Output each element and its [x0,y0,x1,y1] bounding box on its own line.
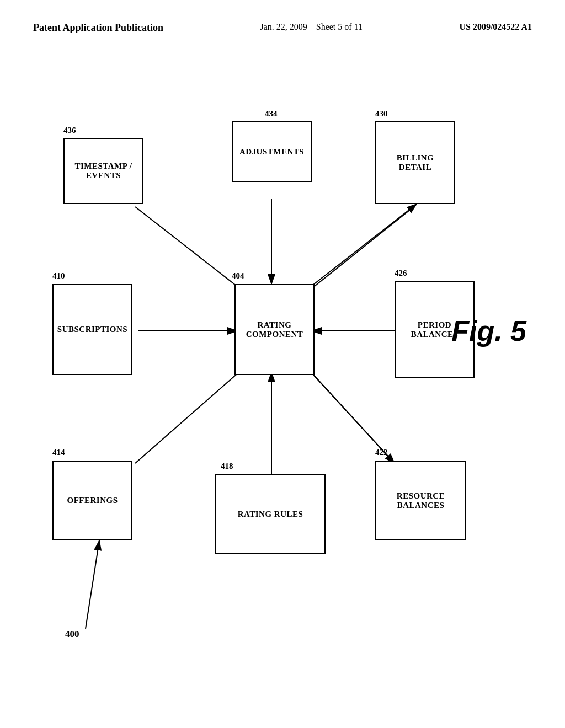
ref-422: 422 [375,448,388,457]
svg-line-2 [135,207,248,295]
diagram-area: TIMESTAMP / EVENTS 436 ADJUSTMENTS 434 B… [33,77,532,684]
ref-404: 404 [232,271,244,281]
svg-line-7 [303,204,417,292]
ref-426: 426 [395,269,407,278]
ref-436: 436 [63,126,76,135]
billing-detail-box: BILLING DETAIL [375,121,455,204]
svg-line-12 [86,540,99,629]
ref-410: 410 [52,271,65,281]
ref-400: 400 [65,629,79,640]
page-header: Patent Application Publication Jan. 22, … [0,22,565,34]
svg-line-8 [135,364,248,463]
resource-balances-box: RESOURCE BALANCES [375,461,466,540]
figure-label: Fig. 5 [451,314,526,347]
header-date: Jan. 22, 2009 [260,22,307,31]
offerings-box: OFFERINGS [52,461,132,540]
ref-434: 434 [265,109,278,119]
ref-414: 414 [52,448,65,457]
publication-title: Patent Application Publication [33,22,163,34]
header-date-sheet: Jan. 22, 2009 Sheet 5 of 11 [260,22,363,32]
timestamp-events-box: TIMESTAMP / EVENTS [63,138,143,204]
ref-430: 430 [375,109,388,119]
subscriptions-box: SUBSCRIPTIONS [52,284,132,375]
rating-component-box: RATING COMPONENT [234,284,315,375]
ref-418: 418 [221,462,233,471]
rating-rules-box: RATING RULES [215,474,326,554]
adjustments-box: ADJUSTMENTS [232,121,312,182]
header-sheet: Sheet 5 of 11 [316,22,363,31]
fig-text: Fig. 5 [451,315,526,347]
patent-number: US 2009/024522 A1 [459,22,532,32]
